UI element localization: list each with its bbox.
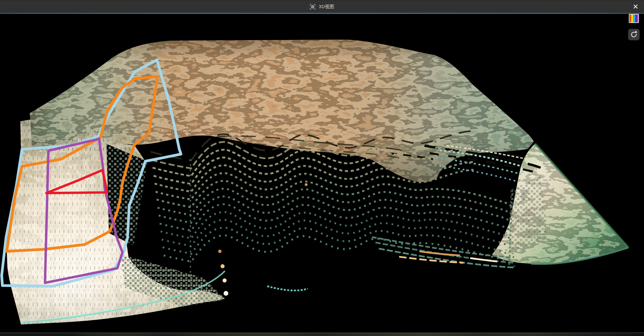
reset-view-button[interactable] [628,29,640,40]
colormap-button[interactable] [629,14,639,23]
titlebar-accent-line [0,13,644,14]
close-button[interactable]: ✕ [630,1,641,12]
bottom-edge-strip [0,333,644,336]
window-title: 3D视图 [319,4,334,10]
3d-scene [0,0,644,336]
3d-viewport[interactable] [0,0,644,336]
titlebar: 3D视图 ✕ [0,0,644,13]
3d-scan-icon [309,4,316,10]
window-title-group: 3D视图 [309,0,334,13]
reset-view-icon [628,29,640,40]
